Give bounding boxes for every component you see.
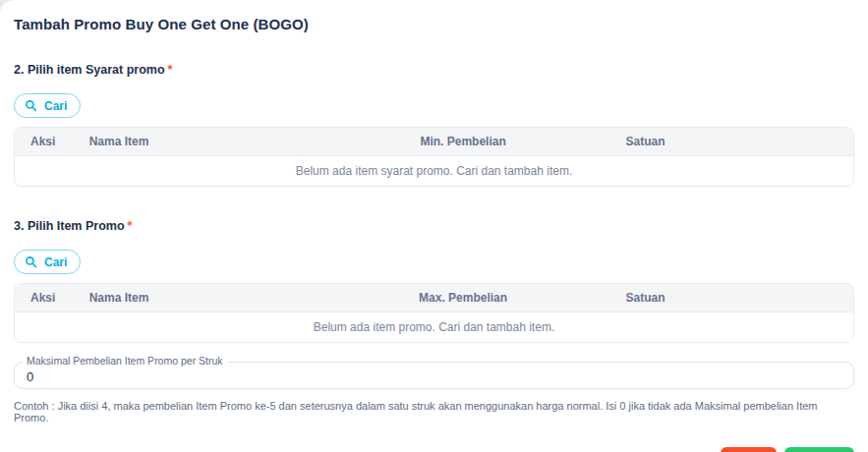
column-header-min-pembelian: Min. Pembelian <box>309 128 610 156</box>
empty-state-text: Belum ada item syarat promo. Cari dan ta… <box>15 156 853 186</box>
column-header-max-pembelian: Max. Pembelian <box>309 284 610 312</box>
batal-button[interactable]: Batal <box>721 447 777 452</box>
section-syarat-promo-text: 2. Pilih item Syarat promo <box>14 63 165 77</box>
cari-item-syarat-button[interactable]: Cari <box>14 93 81 118</box>
column-header-aksi: Aksi <box>15 284 74 312</box>
footer-actions: Batal Simpan <box>14 447 854 452</box>
cari-item-promo-button[interactable]: Cari <box>14 250 81 274</box>
column-header-satuan: Satuan <box>610 128 853 156</box>
column-header-aksi: Aksi <box>15 128 74 156</box>
column-header-nama-item: Nama Item <box>74 284 309 312</box>
page-title: Tambah Promo Buy One Get One (BOGO) <box>14 16 854 32</box>
promo-form-card: Tambah Promo Buy One Get One (BOGO) 2. P… <box>0 0 868 452</box>
max-purchase-hint-text: Contoh : Jika diisi 4, maka pembelian It… <box>14 400 854 424</box>
column-header-nama-item: Nama Item <box>74 128 309 156</box>
required-asterisk: * <box>168 63 173 77</box>
empty-state-row: Belum ada item syarat promo. Cari dan ta… <box>15 156 853 186</box>
section-item-promo-label: 3. Pilih Item Promo* <box>14 219 854 233</box>
required-asterisk: * <box>128 219 133 233</box>
simpan-button[interactable]: Simpan <box>784 447 854 452</box>
search-icon <box>25 255 37 268</box>
empty-state-text: Belum ada item promo. Cari dan tambah it… <box>15 312 853 342</box>
section-item-promo-text: 3. Pilih Item Promo <box>14 219 125 233</box>
table-header-row: Aksi Nama Item Min. Pembelian Satuan <box>15 128 853 156</box>
section-syarat-promo-label: 2. Pilih item Syarat promo* <box>14 63 854 77</box>
item-promo-table: Aksi Nama Item Max. Pembelian Satuan Bel… <box>14 283 854 343</box>
cari-button-label: Cari <box>44 100 67 112</box>
max-purchase-field-label: Maksimal Pembelian Item Promo per Struk <box>23 356 227 367</box>
max-purchase-field-wrapper: Maksimal Pembelian Item Promo per Struk <box>14 362 854 389</box>
search-icon <box>25 99 37 112</box>
empty-state-row: Belum ada item promo. Cari dan tambah it… <box>15 312 853 342</box>
column-header-satuan: Satuan <box>610 284 853 312</box>
table-header-row: Aksi Nama Item Max. Pembelian Satuan <box>15 284 853 312</box>
syarat-promo-table: Aksi Nama Item Min. Pembelian Satuan Bel… <box>14 127 854 187</box>
cari-button-label: Cari <box>44 256 67 268</box>
